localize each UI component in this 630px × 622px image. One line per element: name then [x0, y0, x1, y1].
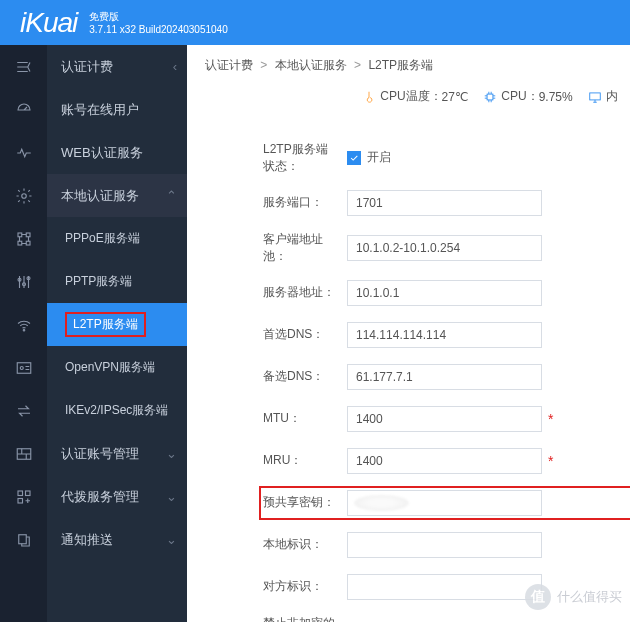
svg-point-8 — [23, 329, 25, 331]
menu-proxy-dial[interactable]: 代拨服务管理 ⌄ — [47, 475, 187, 518]
rail-firewall-icon[interactable] — [0, 432, 47, 475]
menu-online-users[interactable]: 账号在线用户 — [47, 88, 187, 131]
label-dns1: 首选DNS： — [187, 326, 347, 343]
build-label: 3.7.11 x32 Build202403051040 — [89, 23, 227, 36]
rail-dashboard-icon[interactable] — [0, 88, 47, 131]
chevron-down-icon: ⌄ — [166, 446, 177, 461]
input-psk[interactable] — [347, 490, 542, 516]
content-area: 认证计费 > 本地认证服务 > L2TP服务端 CPU温度：27℃ CPU：9.… — [187, 45, 630, 622]
svg-rect-1 — [18, 233, 22, 237]
menu-web-auth[interactable]: WEB认证服务 — [47, 131, 187, 174]
svg-rect-3 — [18, 241, 22, 245]
edition-label: 免费版 — [89, 10, 227, 23]
label-server-status: L2TP服务端状态： — [187, 141, 347, 175]
svg-point-0 — [21, 193, 26, 198]
app-header: iKuai 免费版 3.7.11 x32 Build202403051040 — [0, 0, 630, 45]
chevron-down-icon: ⌄ — [166, 489, 177, 504]
menu-label: WEB认证服务 — [61, 144, 143, 162]
mon-label: 内 — [606, 88, 618, 105]
rail-sliders-icon[interactable] — [0, 260, 47, 303]
svg-rect-14 — [18, 498, 23, 503]
label-server-addr: 服务器地址： — [187, 284, 347, 301]
input-dns2[interactable] — [347, 364, 542, 390]
rail-monitor-icon[interactable] — [0, 131, 47, 174]
submenu-openvpn[interactable]: OpenVPN服务端 — [47, 346, 187, 389]
menu-account-mgmt[interactable]: 认证账号管理 ⌄ — [47, 432, 187, 475]
submenu-ikev2[interactable]: IKEv2/IPSec服务端 — [47, 389, 187, 432]
cpu-value: 9.75% — [539, 90, 573, 104]
rail-settings-icon[interactable] — [0, 174, 47, 217]
rail-wifi-icon[interactable] — [0, 303, 47, 346]
svg-rect-4 — [26, 241, 30, 245]
input-port[interactable] — [347, 190, 542, 216]
input-dns1[interactable] — [347, 322, 542, 348]
required-star: * — [548, 453, 553, 469]
menu-label: 本地认证服务 — [61, 187, 139, 205]
label-dns2: 备选DNS： — [187, 368, 347, 385]
settings-form: L2TP服务端状态： 开启 服务端口： 客户端地址池： 服务器地址： 首选DNS… — [187, 121, 630, 623]
breadcrumb: 认证计费 > 本地认证服务 > L2TP服务端 — [187, 45, 630, 82]
breadcrumb-sep: > — [354, 58, 361, 72]
menu-local-auth[interactable]: 本地认证服务 ⌃ — [47, 174, 187, 217]
rail-swap-icon[interactable] — [0, 389, 47, 432]
status-temp: CPU温度：27℃ — [362, 88, 468, 105]
breadcrumb-item[interactable]: 本地认证服务 — [275, 58, 347, 72]
svg-rect-13 — [25, 491, 30, 496]
breadcrumb-item: L2TP服务端 — [368, 58, 433, 72]
breadcrumb-item[interactable]: 认证计费 — [205, 58, 253, 72]
label-mru: MRU： — [187, 452, 347, 469]
svg-rect-12 — [18, 491, 23, 496]
rail-copy-icon[interactable] — [0, 518, 47, 561]
menu-auth-billing[interactable]: 认证计费 ‹ — [47, 45, 187, 88]
chevron-up-icon: ⌃ — [166, 188, 177, 203]
svg-rect-15 — [18, 534, 26, 543]
menu-notify[interactable]: 通知推送 ⌄ — [47, 518, 187, 561]
input-client-pool[interactable] — [347, 235, 542, 261]
logo: iKuai — [20, 7, 77, 39]
svg-rect-16 — [487, 94, 493, 100]
required-star: * — [548, 411, 553, 427]
chevron-down-icon: ⌄ — [166, 532, 177, 547]
temp-label: CPU温度： — [380, 88, 441, 105]
monitor-icon — [588, 90, 602, 104]
label-psk: 预共享密钥： — [187, 494, 347, 511]
thermometer-icon — [362, 90, 376, 104]
rail-user-icon[interactable] — [0, 346, 47, 389]
input-server-addr[interactable] — [347, 280, 542, 306]
label-local-id: 本地标识： — [187, 536, 347, 553]
label-port: 服务端口： — [187, 194, 347, 211]
redacted-value — [354, 495, 409, 511]
submenu-label: IKEv2/IPSec服务端 — [65, 402, 168, 419]
input-mtu[interactable] — [347, 406, 542, 432]
svg-rect-9 — [17, 362, 31, 373]
cpu-icon — [483, 90, 497, 104]
rail-apps-icon[interactable] — [0, 475, 47, 518]
version-block: 免费版 3.7.11 x32 Build202403051040 — [89, 10, 227, 36]
input-mru[interactable] — [347, 448, 542, 474]
label-deny-noencrypt: 禁止非加密的连接： — [187, 615, 347, 623]
submenu-label: OpenVPN服务端 — [65, 359, 155, 376]
svg-rect-17 — [590, 92, 601, 99]
input-local-id[interactable] — [347, 532, 542, 558]
menu-label: 账号在线用户 — [61, 101, 139, 119]
label-mtu: MTU： — [187, 410, 347, 427]
temp-value: 27℃ — [442, 90, 468, 104]
submenu-pptp[interactable]: PPTP服务端 — [47, 260, 187, 303]
status-cpu: CPU：9.75% — [483, 88, 572, 105]
menu-label: 认证账号管理 — [61, 445, 139, 463]
input-remote-id[interactable] — [347, 574, 542, 600]
breadcrumb-sep: > — [260, 58, 267, 72]
submenu-pppoe[interactable]: PPPoE服务端 — [47, 217, 187, 260]
submenu-label: PPTP服务端 — [65, 273, 132, 290]
submenu-l2tp[interactable]: L2TP服务端 — [47, 303, 187, 346]
menu-label: 认证计费 — [61, 58, 113, 76]
status-memory: 内 — [588, 88, 618, 105]
rail-network-icon[interactable] — [0, 217, 47, 260]
rail-menu-icon[interactable] — [0, 45, 47, 88]
svg-rect-2 — [26, 233, 30, 237]
submenu-label: PPPoE服务端 — [65, 230, 140, 247]
svg-point-10 — [20, 366, 23, 369]
status-bar: CPU温度：27℃ CPU：9.75% 内 — [187, 82, 630, 121]
checkbox-server-status[interactable] — [347, 151, 361, 165]
menu-column: 认证计费 ‹ 账号在线用户 WEB认证服务 本地认证服务 ⌃ PPPoE服务端 … — [47, 45, 187, 622]
